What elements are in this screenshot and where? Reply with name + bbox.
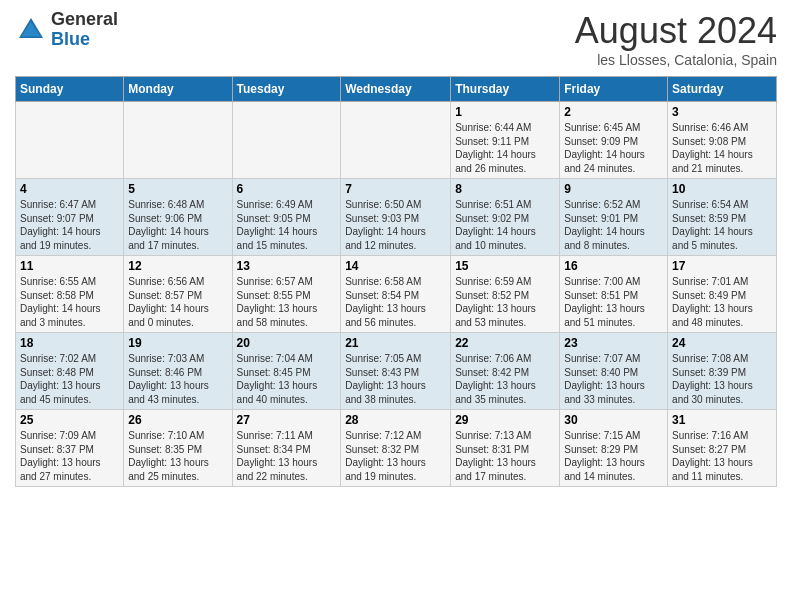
table-row: 15Sunrise: 6:59 AM Sunset: 8:52 PM Dayli… bbox=[451, 256, 560, 333]
day-number: 18 bbox=[20, 336, 119, 350]
table-row: 28Sunrise: 7:12 AM Sunset: 8:32 PM Dayli… bbox=[341, 410, 451, 487]
day-number: 21 bbox=[345, 336, 446, 350]
day-info: Sunrise: 6:58 AM Sunset: 8:54 PM Dayligh… bbox=[345, 275, 446, 329]
day-number: 2 bbox=[564, 105, 663, 119]
calendar-week-row: 11Sunrise: 6:55 AM Sunset: 8:58 PM Dayli… bbox=[16, 256, 777, 333]
calendar-table: Sunday Monday Tuesday Wednesday Thursday… bbox=[15, 76, 777, 487]
day-info: Sunrise: 7:04 AM Sunset: 8:45 PM Dayligh… bbox=[237, 352, 337, 406]
table-row: 31Sunrise: 7:16 AM Sunset: 8:27 PM Dayli… bbox=[668, 410, 777, 487]
calendar-week-row: 4Sunrise: 6:47 AM Sunset: 9:07 PM Daylig… bbox=[16, 179, 777, 256]
table-row: 1Sunrise: 6:44 AM Sunset: 9:11 PM Daylig… bbox=[451, 102, 560, 179]
table-row: 7Sunrise: 6:50 AM Sunset: 9:03 PM Daylig… bbox=[341, 179, 451, 256]
calendar-week-row: 25Sunrise: 7:09 AM Sunset: 8:37 PM Dayli… bbox=[16, 410, 777, 487]
col-wednesday: Wednesday bbox=[341, 77, 451, 102]
table-row: 12Sunrise: 6:56 AM Sunset: 8:57 PM Dayli… bbox=[124, 256, 232, 333]
col-monday: Monday bbox=[124, 77, 232, 102]
header: General Blue August 2024 les Llosses, Ca… bbox=[15, 10, 777, 68]
table-row: 10Sunrise: 6:54 AM Sunset: 8:59 PM Dayli… bbox=[668, 179, 777, 256]
day-number: 12 bbox=[128, 259, 227, 273]
table-row: 26Sunrise: 7:10 AM Sunset: 8:35 PM Dayli… bbox=[124, 410, 232, 487]
day-number: 28 bbox=[345, 413, 446, 427]
month-title: August 2024 bbox=[575, 10, 777, 52]
table-row: 22Sunrise: 7:06 AM Sunset: 8:42 PM Dayli… bbox=[451, 333, 560, 410]
table-row: 19Sunrise: 7:03 AM Sunset: 8:46 PM Dayli… bbox=[124, 333, 232, 410]
table-row: 2Sunrise: 6:45 AM Sunset: 9:09 PM Daylig… bbox=[560, 102, 668, 179]
day-info: Sunrise: 6:51 AM Sunset: 9:02 PM Dayligh… bbox=[455, 198, 555, 252]
table-row: 14Sunrise: 6:58 AM Sunset: 8:54 PM Dayli… bbox=[341, 256, 451, 333]
table-row: 23Sunrise: 7:07 AM Sunset: 8:40 PM Dayli… bbox=[560, 333, 668, 410]
table-row: 29Sunrise: 7:13 AM Sunset: 8:31 PM Dayli… bbox=[451, 410, 560, 487]
day-info: Sunrise: 6:54 AM Sunset: 8:59 PM Dayligh… bbox=[672, 198, 772, 252]
day-info: Sunrise: 6:48 AM Sunset: 9:06 PM Dayligh… bbox=[128, 198, 227, 252]
table-row bbox=[124, 102, 232, 179]
day-number: 17 bbox=[672, 259, 772, 273]
day-info: Sunrise: 6:52 AM Sunset: 9:01 PM Dayligh… bbox=[564, 198, 663, 252]
table-row bbox=[232, 102, 341, 179]
day-info: Sunrise: 6:59 AM Sunset: 8:52 PM Dayligh… bbox=[455, 275, 555, 329]
day-number: 26 bbox=[128, 413, 227, 427]
table-row: 9Sunrise: 6:52 AM Sunset: 9:01 PM Daylig… bbox=[560, 179, 668, 256]
table-row: 25Sunrise: 7:09 AM Sunset: 8:37 PM Dayli… bbox=[16, 410, 124, 487]
day-info: Sunrise: 6:49 AM Sunset: 9:05 PM Dayligh… bbox=[237, 198, 337, 252]
day-info: Sunrise: 6:50 AM Sunset: 9:03 PM Dayligh… bbox=[345, 198, 446, 252]
day-number: 5 bbox=[128, 182, 227, 196]
day-number: 11 bbox=[20, 259, 119, 273]
table-row: 16Sunrise: 7:00 AM Sunset: 8:51 PM Dayli… bbox=[560, 256, 668, 333]
col-thursday: Thursday bbox=[451, 77, 560, 102]
table-row bbox=[341, 102, 451, 179]
day-number: 9 bbox=[564, 182, 663, 196]
day-number: 25 bbox=[20, 413, 119, 427]
calendar-week-row: 18Sunrise: 7:02 AM Sunset: 8:48 PM Dayli… bbox=[16, 333, 777, 410]
table-row: 6Sunrise: 6:49 AM Sunset: 9:05 PM Daylig… bbox=[232, 179, 341, 256]
logo-text: General Blue bbox=[51, 10, 118, 50]
day-number: 29 bbox=[455, 413, 555, 427]
main-container: General Blue August 2024 les Llosses, Ca… bbox=[0, 0, 792, 497]
day-info: Sunrise: 7:02 AM Sunset: 8:48 PM Dayligh… bbox=[20, 352, 119, 406]
day-info: Sunrise: 6:55 AM Sunset: 8:58 PM Dayligh… bbox=[20, 275, 119, 329]
day-info: Sunrise: 7:10 AM Sunset: 8:35 PM Dayligh… bbox=[128, 429, 227, 483]
day-number: 30 bbox=[564, 413, 663, 427]
day-info: Sunrise: 7:01 AM Sunset: 8:49 PM Dayligh… bbox=[672, 275, 772, 329]
table-row: 8Sunrise: 6:51 AM Sunset: 9:02 PM Daylig… bbox=[451, 179, 560, 256]
day-info: Sunrise: 7:15 AM Sunset: 8:29 PM Dayligh… bbox=[564, 429, 663, 483]
col-sunday: Sunday bbox=[16, 77, 124, 102]
table-row: 18Sunrise: 7:02 AM Sunset: 8:48 PM Dayli… bbox=[16, 333, 124, 410]
col-friday: Friday bbox=[560, 77, 668, 102]
day-info: Sunrise: 6:45 AM Sunset: 9:09 PM Dayligh… bbox=[564, 121, 663, 175]
table-row: 30Sunrise: 7:15 AM Sunset: 8:29 PM Dayli… bbox=[560, 410, 668, 487]
day-number: 13 bbox=[237, 259, 337, 273]
day-number: 14 bbox=[345, 259, 446, 273]
day-info: Sunrise: 6:46 AM Sunset: 9:08 PM Dayligh… bbox=[672, 121, 772, 175]
table-row: 20Sunrise: 7:04 AM Sunset: 8:45 PM Dayli… bbox=[232, 333, 341, 410]
day-number: 31 bbox=[672, 413, 772, 427]
day-info: Sunrise: 7:00 AM Sunset: 8:51 PM Dayligh… bbox=[564, 275, 663, 329]
day-number: 10 bbox=[672, 182, 772, 196]
logo-icon bbox=[15, 14, 47, 46]
day-number: 19 bbox=[128, 336, 227, 350]
day-number: 22 bbox=[455, 336, 555, 350]
logo-general-text: General bbox=[51, 10, 118, 30]
day-number: 8 bbox=[455, 182, 555, 196]
logo-blue-text: Blue bbox=[51, 30, 118, 50]
table-row: 24Sunrise: 7:08 AM Sunset: 8:39 PM Dayli… bbox=[668, 333, 777, 410]
table-row: 13Sunrise: 6:57 AM Sunset: 8:55 PM Dayli… bbox=[232, 256, 341, 333]
day-number: 6 bbox=[237, 182, 337, 196]
col-saturday: Saturday bbox=[668, 77, 777, 102]
table-row: 17Sunrise: 7:01 AM Sunset: 8:49 PM Dayli… bbox=[668, 256, 777, 333]
day-number: 20 bbox=[237, 336, 337, 350]
table-row: 11Sunrise: 6:55 AM Sunset: 8:58 PM Dayli… bbox=[16, 256, 124, 333]
day-info: Sunrise: 7:16 AM Sunset: 8:27 PM Dayligh… bbox=[672, 429, 772, 483]
day-info: Sunrise: 7:05 AM Sunset: 8:43 PM Dayligh… bbox=[345, 352, 446, 406]
day-number: 3 bbox=[672, 105, 772, 119]
day-info: Sunrise: 7:03 AM Sunset: 8:46 PM Dayligh… bbox=[128, 352, 227, 406]
col-tuesday: Tuesday bbox=[232, 77, 341, 102]
day-number: 4 bbox=[20, 182, 119, 196]
calendar-week-row: 1Sunrise: 6:44 AM Sunset: 9:11 PM Daylig… bbox=[16, 102, 777, 179]
day-info: Sunrise: 7:09 AM Sunset: 8:37 PM Dayligh… bbox=[20, 429, 119, 483]
day-number: 1 bbox=[455, 105, 555, 119]
day-info: Sunrise: 6:44 AM Sunset: 9:11 PM Dayligh… bbox=[455, 121, 555, 175]
day-number: 27 bbox=[237, 413, 337, 427]
day-info: Sunrise: 7:11 AM Sunset: 8:34 PM Dayligh… bbox=[237, 429, 337, 483]
table-row: 27Sunrise: 7:11 AM Sunset: 8:34 PM Dayli… bbox=[232, 410, 341, 487]
table-row: 5Sunrise: 6:48 AM Sunset: 9:06 PM Daylig… bbox=[124, 179, 232, 256]
